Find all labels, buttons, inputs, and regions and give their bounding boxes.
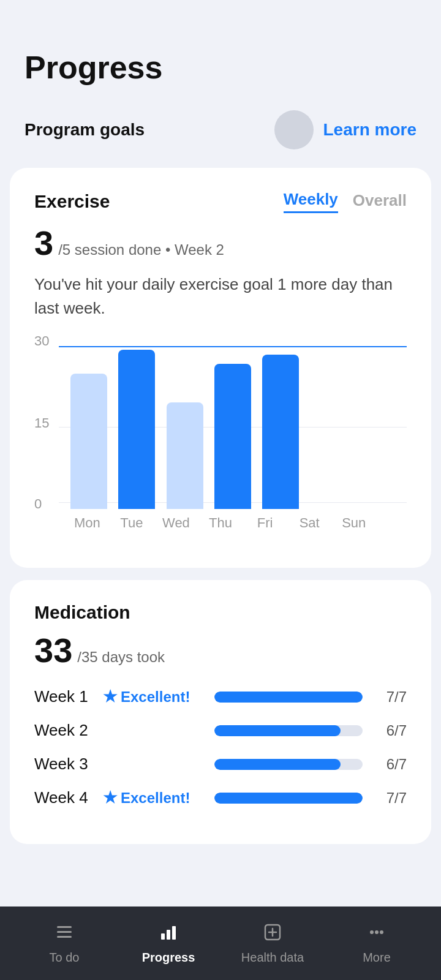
x-label-wed: Wed: [154, 515, 198, 531]
nav-progress[interactable]: Progress: [116, 922, 221, 965]
bar-tue: [113, 337, 160, 509]
y-label-0: 0: [34, 496, 42, 512]
week-row-4: Week 4 ★ Excellent! 7/7: [34, 788, 407, 807]
bars-container: [59, 337, 407, 509]
program-goals-row: Program goals Learn more: [0, 98, 441, 168]
bar-thu-fill: [214, 364, 251, 509]
medication-big-num: 33: [34, 630, 72, 670]
exercise-title: Exercise: [34, 191, 110, 212]
bar-wed-fill: [167, 402, 203, 509]
star-icon-4: ★: [103, 788, 117, 807]
week-2-score: 6/7: [370, 722, 407, 739]
more-label: More: [363, 951, 391, 965]
week-1-progress-bg: [214, 692, 363, 703]
svg-rect-1: [57, 931, 72, 933]
x-label-fri: Fri: [243, 515, 287, 531]
learn-more-button[interactable]: Learn more: [323, 120, 417, 140]
x-label-mon: Mon: [65, 515, 110, 531]
svg-rect-0: [57, 926, 72, 928]
week-4-progress-fill: [214, 793, 363, 804]
program-goals-label: Program goals: [24, 120, 265, 140]
week-3-label: Week 3: [34, 755, 96, 774]
chart-x-labels: Mon Tue Wed Thu Fri Sat Sun: [34, 509, 407, 531]
program-goals-avatar: [274, 110, 314, 149]
svg-rect-5: [172, 926, 176, 940]
nav-more[interactable]: More: [325, 922, 429, 965]
exercise-description: You've hit your daily exercise goal 1 mo…: [34, 273, 407, 320]
week-3-progress-fill: [214, 759, 341, 770]
tab-weekly[interactable]: Weekly: [284, 190, 338, 213]
exercise-header: Exercise Weekly Overall: [34, 190, 407, 213]
week-2-progress-fill: [214, 725, 341, 736]
y-label-30: 30: [34, 333, 49, 349]
week-4-progress-bg: [214, 793, 363, 804]
bar-fri-fill: [262, 355, 299, 509]
week-1-progress-fill: [214, 692, 363, 703]
medication-title: Medication: [34, 602, 407, 623]
week-4-badge: ★ Excellent!: [103, 788, 207, 807]
nav-health-data[interactable]: Health data: [221, 922, 325, 965]
bar-fri: [257, 337, 304, 509]
week-row-2: Week 2 ★ Excellent! 6/7: [34, 721, 407, 740]
todo-label: To do: [50, 951, 80, 965]
bar-wed: [161, 337, 209, 509]
exercise-big-num: 3: [34, 223, 53, 263]
tab-group: Weekly Overall: [284, 190, 407, 213]
bottom-nav: To do Progress Health data: [0, 907, 441, 980]
x-label-sat: Sat: [287, 515, 332, 531]
todo-icon: [55, 922, 74, 947]
health-data-icon: [263, 922, 282, 947]
page-title: Progress: [24, 49, 417, 86]
medication-card: Medication 33 /35 days took Week 1 ★ Exc…: [10, 580, 431, 844]
week-1-badge: ★ Excellent!: [103, 687, 207, 706]
x-label-thu: Thu: [198, 515, 243, 531]
svg-rect-3: [161, 933, 165, 940]
progress-label: Progress: [142, 951, 195, 965]
week-4-label: Week 4: [34, 788, 96, 807]
svg-point-11: [380, 930, 383, 934]
star-icon-1: ★: [103, 687, 117, 706]
exercise-bar-chart: 30 15 0: [34, 337, 407, 546]
week-4-badge-text: Excellent!: [121, 790, 190, 807]
svg-point-9: [370, 930, 374, 934]
progress-icon: [159, 922, 178, 947]
svg-rect-4: [167, 930, 170, 940]
week-row-3: Week 3 ★ Excellent! 6/7: [34, 755, 407, 774]
page-header: Progress: [0, 0, 441, 98]
medication-count-row: 33 /35 days took: [34, 630, 407, 670]
svg-point-10: [375, 930, 379, 934]
y-label-15: 15: [34, 415, 49, 431]
bar-thu: [209, 337, 257, 509]
week-1-label: Week 1: [34, 687, 96, 706]
x-label-sun: Sun: [331, 515, 376, 531]
week-3-progress-bg: [214, 759, 363, 770]
week-2-progress-bg: [214, 725, 363, 736]
chart-area: 30 15 0: [34, 337, 407, 509]
week-3-score: 6/7: [370, 756, 407, 773]
exercise-count-row: 3 /5 session done • Week 2: [34, 223, 407, 263]
bar-mon: [65, 337, 113, 509]
tab-overall[interactable]: Overall: [353, 191, 407, 213]
week-1-score: 7/7: [370, 688, 407, 706]
medication-detail: /35 days took: [77, 649, 165, 666]
bar-sat: [304, 337, 352, 509]
health-data-label: Health data: [241, 951, 304, 965]
bar-mon-fill: [70, 374, 107, 509]
exercise-card: Exercise Weekly Overall 3 /5 session don…: [10, 168, 431, 568]
exercise-count-detail: /5 session done • Week 2: [58, 241, 224, 258]
bar-tue-fill: [118, 350, 155, 509]
x-label-tue: Tue: [110, 515, 154, 531]
week-2-label: Week 2: [34, 721, 96, 740]
week-row-1: Week 1 ★ Excellent! 7/7: [34, 687, 407, 706]
svg-rect-2: [57, 936, 72, 938]
week-4-score: 7/7: [370, 790, 407, 807]
more-icon: [367, 922, 386, 947]
week-1-badge-text: Excellent!: [121, 688, 190, 706]
nav-todo[interactable]: To do: [12, 922, 116, 965]
bar-sun: [353, 337, 401, 509]
